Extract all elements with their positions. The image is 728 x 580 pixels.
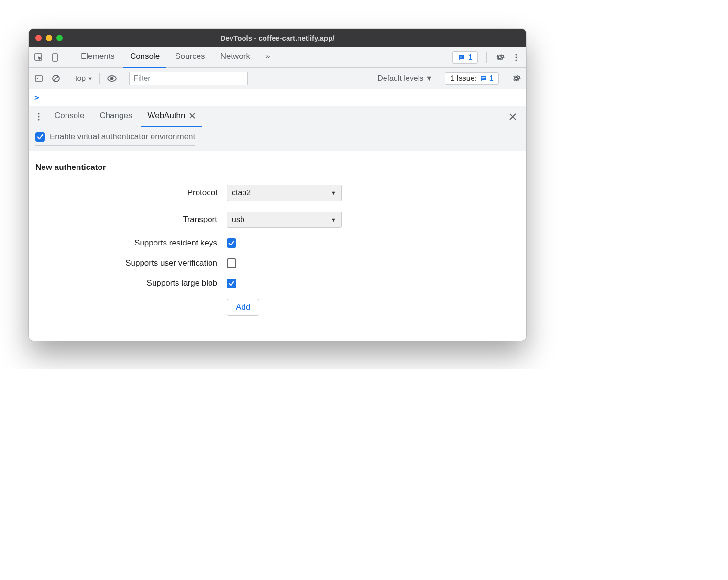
issues-label: 1 Issue: [450, 74, 477, 83]
divider [124, 73, 124, 84]
settings-icon[interactable] [493, 50, 507, 65]
resident-keys-checkbox[interactable] [227, 238, 236, 248]
minimize-window-button[interactable] [46, 35, 52, 41]
close-tab-icon[interactable] [189, 113, 195, 119]
traffic-lights [35, 35, 63, 41]
console-settings-icon[interactable] [509, 71, 523, 86]
transport-label: Transport [35, 215, 227, 224]
large-blob-label: Supports large blob [35, 279, 227, 288]
tab-elements-label: Elements [81, 52, 115, 61]
drawer-tab-console[interactable]: Console [48, 106, 91, 127]
user-verification-row: Supports user verification [35, 258, 519, 268]
caret-down-icon: ▼ [331, 217, 336, 223]
messages-badge[interactable]: 1 [452, 51, 478, 64]
issues-badge[interactable]: 1 Issue: 1 [445, 72, 499, 85]
caret-down-icon: ▼ [425, 74, 433, 83]
svg-point-3 [515, 54, 517, 55]
svg-rect-6 [35, 76, 42, 81]
filter-input[interactable] [129, 72, 248, 85]
device-toolbar-icon[interactable] [48, 50, 62, 65]
execution-context-select[interactable]: top ▼ [73, 74, 95, 83]
more-tabs-button[interactable]: » [259, 47, 276, 68]
drawer-tab-changes[interactable]: Changes [93, 106, 139, 127]
divider [99, 73, 100, 84]
enable-virtual-auth-row: Enable virtual authenticator environment [29, 127, 526, 151]
drawer-tab-console-label: Console [55, 111, 84, 121]
tab-console-label: Console [130, 52, 160, 61]
console-sidebar-toggle-icon[interactable] [32, 71, 46, 86]
divider [486, 52, 487, 63]
tab-console[interactable]: Console [123, 47, 166, 68]
close-drawer-icon[interactable] [509, 113, 523, 121]
maximize-window-button[interactable] [56, 35, 63, 41]
tab-sources-label: Sources [175, 52, 205, 61]
add-authenticator-button[interactable]: Add [227, 299, 259, 316]
caret-down-icon: ▼ [88, 76, 93, 81]
protocol-select[interactable]: ctap2 ▼ [227, 185, 342, 201]
protocol-label: Protocol [35, 188, 227, 198]
tab-sources[interactable]: Sources [168, 47, 211, 68]
svg-point-4 [515, 56, 517, 58]
user-verification-label: Supports user verification [35, 258, 227, 268]
divider [68, 73, 68, 84]
tab-network-label: Network [221, 52, 250, 61]
divider [68, 52, 68, 63]
main-tabs-row: Elements Console Sources Network » 1 [29, 47, 526, 68]
resident-keys-label: Supports resident keys [35, 238, 227, 248]
devtools-window: DevTools - coffee-cart.netlify.app/ Elem… [29, 29, 526, 341]
transport-row: Transport usb ▼ [35, 212, 519, 228]
console-prompt: > [34, 93, 39, 102]
drawer-more-icon[interactable] [32, 110, 46, 124]
transport-select[interactable]: usb ▼ [227, 212, 342, 228]
svg-point-12 [38, 116, 39, 117]
enable-virtual-auth-checkbox[interactable] [35, 132, 45, 142]
svg-point-10 [110, 77, 114, 80]
window-title: DevTools - coffee-cart.netlify.app/ [221, 34, 335, 42]
clear-console-icon[interactable] [49, 71, 63, 86]
console-toolbar: top ▼ Default levels ▼ 1 Issue: 1 [29, 68, 526, 89]
titlebar: DevTools - coffee-cart.netlify.app/ [29, 29, 526, 47]
message-icon [458, 54, 465, 61]
svg-point-11 [38, 113, 39, 114]
inspect-element-icon[interactable] [32, 50, 46, 65]
message-icon [480, 75, 487, 82]
context-label: top [75, 74, 86, 83]
drawer-tabs-row: Console Changes WebAuthn [29, 106, 526, 127]
divider [440, 73, 440, 84]
live-expression-icon[interactable] [105, 71, 119, 86]
large-blob-row: Supports large blob [35, 279, 519, 288]
levels-label: Default levels [377, 74, 423, 83]
enable-virtual-auth-label: Enable virtual authenticator environment [50, 132, 195, 142]
protocol-value: ctap2 [232, 189, 251, 197]
svg-point-5 [515, 59, 517, 61]
large-blob-checkbox[interactable] [227, 279, 236, 288]
add-button-row: Add [35, 299, 519, 316]
svg-line-8 [54, 76, 58, 81]
messages-count: 1 [468, 53, 473, 62]
user-verification-checkbox[interactable] [227, 258, 236, 268]
tab-elements[interactable]: Elements [74, 47, 121, 68]
caret-down-icon: ▼ [331, 190, 336, 196]
drawer-tab-webauthn-label: WebAuthn [147, 111, 185, 121]
console-body[interactable]: > [29, 89, 526, 106]
transport-value: usb [232, 215, 244, 224]
drawer-tab-changes-label: Changes [99, 111, 132, 121]
log-levels-select[interactable]: Default levels ▼ [375, 74, 435, 83]
tab-network[interactable]: Network [214, 47, 257, 68]
divider [504, 73, 504, 84]
close-window-button[interactable] [35, 35, 42, 41]
protocol-row: Protocol ctap2 ▼ [35, 185, 519, 201]
new-authenticator-title: New authenticator [35, 163, 519, 172]
issues-count: 1 [489, 74, 494, 83]
more-menu-icon[interactable] [509, 50, 523, 65]
more-tabs-label: » [265, 52, 270, 61]
drawer-tab-webauthn[interactable]: WebAuthn [141, 106, 201, 127]
svg-point-13 [38, 119, 39, 120]
webauthn-panel-body: New authenticator Protocol ctap2 ▼ Trans… [29, 151, 526, 341]
resident-keys-row: Supports resident keys [35, 238, 519, 248]
